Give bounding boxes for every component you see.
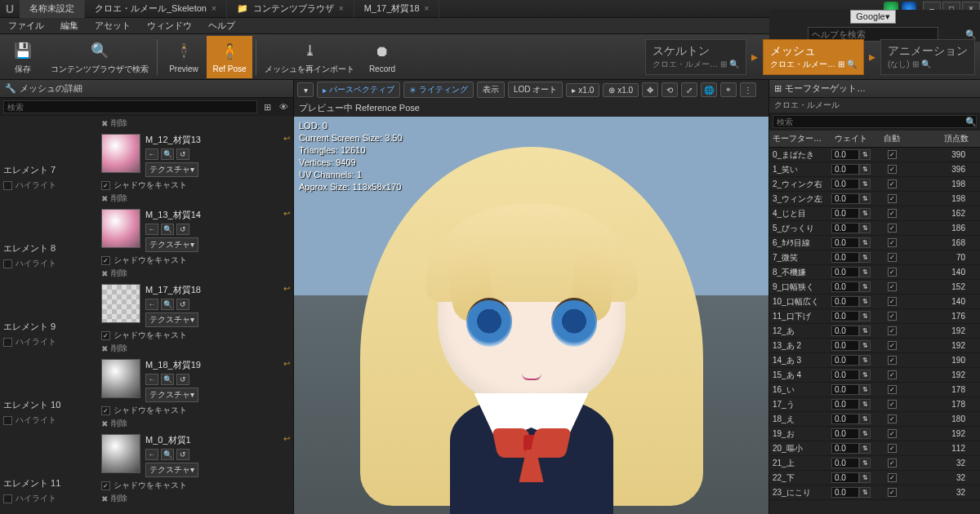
highlight-checkbox[interactable]: ハイライト <box>3 336 95 348</box>
playback-speed-2[interactable]: ⊕ x1.0 <box>603 83 639 97</box>
spinner-arrows-icon[interactable]: ⇅ <box>859 370 871 380</box>
morph-auto-checkbox[interactable] <box>888 253 897 262</box>
cast-shadow-checkbox[interactable] <box>101 481 110 490</box>
morph-weight-spinner[interactable]: 0.0⇅ <box>831 487 875 498</box>
x-icon[interactable]: ✖ <box>101 344 108 353</box>
perspective-button[interactable]: ▸ パースペクティブ <box>317 82 400 98</box>
spinner-arrows-icon[interactable]: ⇅ <box>859 311 871 321</box>
revert-icon[interactable]: ↩ <box>283 209 290 252</box>
morph-weight-spinner[interactable]: 0.0⇅ <box>831 311 875 321</box>
reset-icon[interactable]: ↺ <box>176 374 189 385</box>
use-arrow-icon[interactable]: ← <box>145 374 158 385</box>
morph-weight-spinner[interactable]: 0.0⇅ <box>831 443 875 454</box>
morph-weight-spinner[interactable]: 0.0⇅ <box>831 370 875 380</box>
material-thumbnail[interactable] <box>101 209 140 248</box>
browse-button[interactable]: 🔍コンテンツブラウザで検索 <box>46 36 154 78</box>
material-thumbnail[interactable] <box>101 359 140 398</box>
filter-icon[interactable]: ⊞ <box>261 100 274 113</box>
morph-auto-checkbox[interactable] <box>888 341 897 350</box>
menu-item[interactable]: アセット <box>87 20 139 32</box>
spinner-arrows-icon[interactable]: ⇅ <box>859 472 871 483</box>
spinner-arrows-icon[interactable]: ⇅ <box>859 355 871 366</box>
revert-icon[interactable]: ↩ <box>283 359 290 402</box>
x-icon[interactable]: ✖ <box>101 419 108 428</box>
spinner-arrows-icon[interactable]: ⇅ <box>859 149 871 160</box>
browse-icon[interactable]: 🔍 <box>161 148 174 160</box>
close-tab-icon[interactable]: × <box>425 4 430 13</box>
google-dropdown[interactable]: Google▾ <box>850 10 895 24</box>
morph-auto-checkbox[interactable] <box>888 268 897 277</box>
menu-item[interactable]: 編集 <box>52 20 87 32</box>
cast-shadow-checkbox[interactable] <box>101 331 110 340</box>
reset-icon[interactable]: ↺ <box>176 148 189 160</box>
morph-auto-checkbox[interactable] <box>888 209 897 218</box>
morph-auto-checkbox[interactable] <box>888 165 897 174</box>
morph-weight-spinner[interactable]: 0.0⇅ <box>831 340 875 351</box>
spinner-arrows-icon[interactable]: ⇅ <box>859 267 871 277</box>
material-thumbnail[interactable] <box>101 434 140 473</box>
morph-auto-checkbox[interactable] <box>888 385 897 394</box>
spinner-arrows-icon[interactable]: ⇅ <box>859 252 871 263</box>
browse-icon[interactable]: 🔍 <box>161 374 174 385</box>
menu-item[interactable]: ファイル <box>0 20 52 32</box>
morph-search-input[interactable] <box>773 115 977 128</box>
material-thumbnail[interactable] <box>101 134 140 173</box>
morph-weight-spinner[interactable]: 0.0⇅ <box>831 281 875 292</box>
morph-weight-spinner[interactable]: 0.0⇅ <box>831 164 875 175</box>
show-button[interactable]: 表示 <box>477 82 505 98</box>
morph-weight-spinner[interactable]: 0.0⇅ <box>831 296 875 307</box>
spinner-arrows-icon[interactable]: ⇅ <box>859 443 871 454</box>
title-tab[interactable]: M_17_材質18× <box>354 0 440 18</box>
revert-icon[interactable]: ↩ <box>283 284 290 327</box>
morph-weight-spinner[interactable]: 0.0⇅ <box>831 399 875 410</box>
morph-auto-checkbox[interactable] <box>888 297 897 306</box>
morph-auto-checkbox[interactable] <box>888 414 897 423</box>
morph-weight-spinner[interactable]: 0.0⇅ <box>831 355 875 366</box>
use-arrow-icon[interactable]: ← <box>145 299 158 310</box>
morph-weight-spinner[interactable]: 0.0⇅ <box>831 149 875 160</box>
spinner-arrows-icon[interactable]: ⇅ <box>859 179 871 189</box>
menu-item[interactable]: ウィンドウ <box>139 20 200 32</box>
morph-auto-checkbox[interactable] <box>888 179 897 188</box>
title-tab[interactable]: クロエ・ルメール_Skeleton× <box>85 0 227 18</box>
record-button[interactable]: ⏺Record <box>359 36 405 78</box>
texture-dropdown[interactable]: テクスチャ▾ <box>145 463 198 477</box>
spinner-arrows-icon[interactable]: ⇅ <box>859 384 871 395</box>
morph-weight-spinner[interactable]: 0.0⇅ <box>831 458 875 468</box>
playback-speed-1[interactable]: ▸ x1.0 <box>566 83 599 97</box>
morph-auto-checkbox[interactable] <box>888 238 897 247</box>
title-tab[interactable]: 📁コンテンツブラウザ× <box>227 0 354 18</box>
use-arrow-icon[interactable]: ← <box>145 449 158 460</box>
morph-auto-checkbox[interactable] <box>888 312 897 321</box>
morph-weight-spinner[interactable]: 0.0⇅ <box>831 208 875 219</box>
mode-tab[interactable]: アニメーション(なし) ⊞ 🔍 <box>880 39 975 75</box>
viewport-3d[interactable]: LOD: 0Current Screen Size: 3.50Triangles… <box>294 117 768 514</box>
spinner-arrows-icon[interactable]: ⇅ <box>859 414 871 424</box>
revert-icon[interactable]: ↩ <box>283 134 290 177</box>
preview-button[interactable]: 🕴Preview <box>161 36 207 78</box>
morph-auto-checkbox[interactable] <box>888 429 897 438</box>
morph-weight-spinner[interactable]: 0.0⇅ <box>831 252 875 263</box>
material-thumbnail[interactable] <box>101 284 140 323</box>
camera-icon[interactable]: ⌖ <box>720 82 737 97</box>
refpose-button[interactable]: 🧍Ref Pose <box>207 36 252 78</box>
highlight-checkbox[interactable]: ハイライト <box>3 258 95 269</box>
revert-icon[interactable]: ↩ <box>283 434 290 477</box>
highlight-checkbox[interactable]: ハイライト <box>3 179 95 191</box>
morph-auto-checkbox[interactable] <box>888 224 897 233</box>
details-search-input[interactable] <box>3 100 257 113</box>
reset-icon[interactable]: ↺ <box>176 299 189 310</box>
spinner-arrows-icon[interactable]: ⇅ <box>859 164 871 175</box>
cast-shadow-checkbox[interactable] <box>101 181 110 190</box>
spinner-arrows-icon[interactable]: ⇅ <box>859 193 871 204</box>
morph-auto-checkbox[interactable] <box>888 400 897 409</box>
spinner-arrows-icon[interactable]: ⇅ <box>859 340 871 351</box>
morph-auto-checkbox[interactable] <box>888 459 897 467</box>
morph-auto-checkbox[interactable] <box>888 194 897 203</box>
x-icon[interactable]: ✖ <box>101 119 108 128</box>
title-tab[interactable]: 名称未設定 <box>20 0 85 18</box>
x-icon[interactable]: ✖ <box>101 494 108 503</box>
lighting-button[interactable]: ☀ ライティング <box>403 82 474 98</box>
morph-weight-spinner[interactable]: 0.0⇅ <box>831 267 875 277</box>
morph-auto-checkbox[interactable] <box>888 488 897 497</box>
